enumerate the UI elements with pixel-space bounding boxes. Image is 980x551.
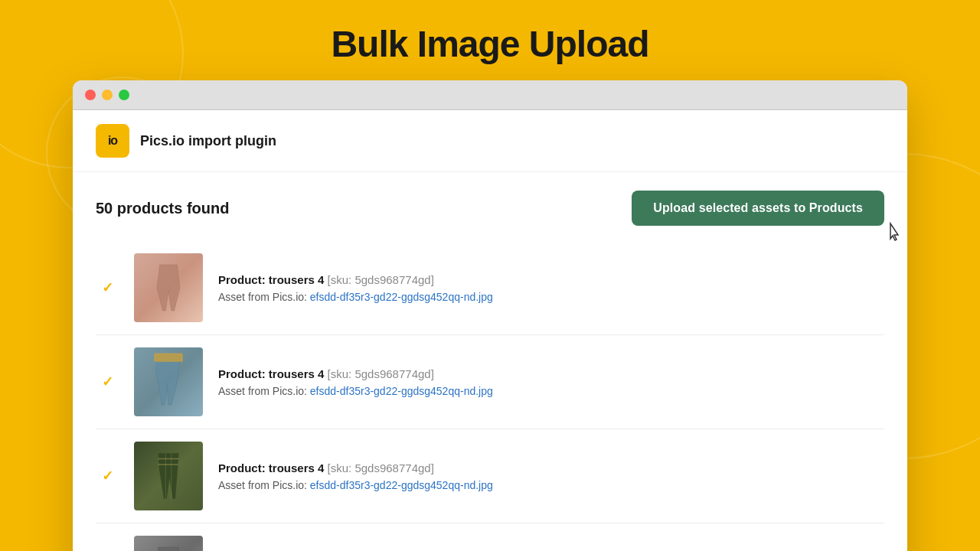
product-name-1: Product: trousers 4 [sku: 5gds968774gd] [218, 273, 884, 286]
product-info-1: Product: trousers 4 [sku: 5gds968774gd] … [218, 273, 884, 303]
top-bar: 50 products found Upload selected assets… [96, 191, 884, 226]
sku-1: [sku: 5gds968774gd] [328, 273, 434, 286]
product-image-1 [134, 253, 203, 322]
main-content: 50 products found Upload selected assets… [73, 172, 907, 551]
product-image-svg [145, 445, 191, 507]
plugin-header: io Pics.io import plugin [73, 110, 907, 172]
product-image-3 [134, 442, 203, 510]
products-count: 50 products found [96, 200, 229, 217]
sku-3: [sku: 5gds968774gd] [328, 461, 434, 474]
product-name-3: Product: trousers 4 [sku: 5gds968774gd] [218, 461, 884, 474]
product-info-2: Product: trousers 4 [sku: 5gds968774gd] … [218, 367, 884, 397]
asset-link-1[interactable]: efsdd-df35r3-gd22-ggdsg452qq-nd.jpg [310, 291, 493, 303]
checkbox-2[interactable]: ✓ [96, 373, 119, 390]
plugin-logo-text: io [108, 134, 117, 148]
product-image-svg [145, 540, 191, 551]
window-body: io Pics.io import plugin 50 products fou… [73, 110, 907, 551]
product-info-3: Product: trousers 4 [sku: 5gds968774gd] … [218, 461, 884, 491]
asset-line-1: Asset from Pics.io: efsdd-df35r3-gd22-gg… [218, 291, 884, 303]
page-title: Bulk Image Upload [0, 0, 980, 80]
product-name-2: Product: trousers 4 [sku: 5gds968774gd] [218, 367, 884, 380]
list-item: Product: trousers 4 [sku: 5gds968774gd] [96, 523, 884, 551]
plugin-logo: io [96, 124, 129, 158]
plugin-name: Pics.io import plugin [140, 133, 276, 149]
asset-line-2: Asset from Pics.io: efsdd-df35r3-gd22-gg… [218, 385, 884, 397]
product-image-svg [145, 351, 191, 412]
checkmark-icon: ✓ [99, 279, 116, 296]
title-bar [73, 80, 907, 110]
svg-rect-0 [154, 354, 183, 362]
close-button[interactable] [85, 90, 96, 100]
product-list: ✓ Product: trousers 4 [sku: 5gds968774gd… [96, 241, 884, 551]
asset-line-3: Asset from Pics.io: efsdd-df35r3-gd22-gg… [218, 479, 884, 491]
sku-2: [sku: 5gds968774gd] [328, 367, 434, 380]
list-item: ✓ Product: trousers 4 [sku: 5gds968774gd… [96, 335, 884, 429]
checkbox-3[interactable]: ✓ [96, 468, 119, 484]
list-item: ✓ Product: tr [96, 429, 884, 523]
checkbox-1[interactable]: ✓ [96, 279, 119, 296]
checkmark-icon: ✓ [99, 468, 116, 484]
upload-button[interactable]: Upload selected assets to Products [632, 191, 884, 226]
browser-window: io Pics.io import plugin 50 products fou… [73, 80, 907, 551]
product-image-4 [134, 536, 203, 551]
asset-link-3[interactable]: efsdd-df35r3-gd22-ggdsg452qq-nd.jpg [310, 479, 493, 491]
product-image-svg [145, 257, 191, 318]
list-item: ✓ Product: trousers 4 [sku: 5gds968774gd… [96, 241, 884, 335]
minimize-button[interactable] [102, 90, 113, 100]
maximize-button[interactable] [119, 90, 129, 100]
asset-link-2[interactable]: efsdd-df35r3-gd22-ggdsg452qq-nd.jpg [310, 385, 493, 397]
product-image-2 [134, 347, 203, 416]
checkmark-icon: ✓ [99, 373, 116, 390]
